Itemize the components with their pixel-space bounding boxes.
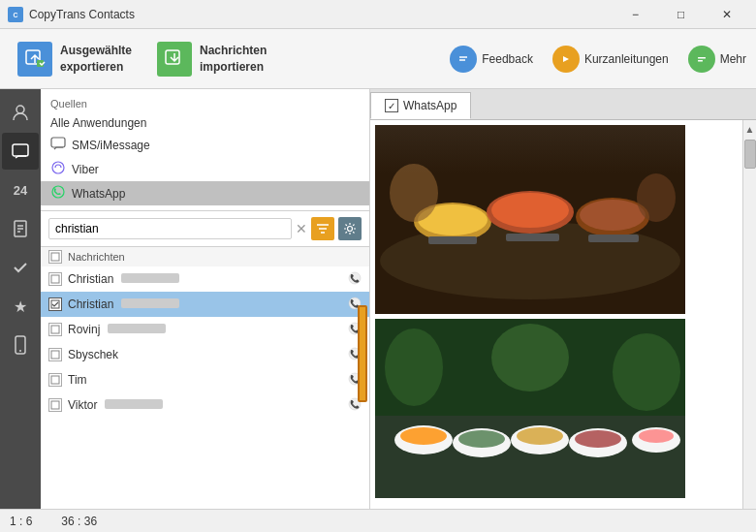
- nav-item-calendar[interactable]: 24: [2, 172, 39, 208]
- tab-checkbox[interactable]: ✓: [385, 99, 398, 112]
- nav-item-device[interactable]: [2, 327, 39, 363]
- source-all-apps[interactable]: Alle Anwendungen: [41, 113, 369, 133]
- photo-buffet-1: [375, 125, 685, 314]
- svg-point-21: [348, 227, 353, 232]
- import-icon: [157, 42, 192, 77]
- svg-rect-8: [698, 57, 706, 59]
- quick-guides-button[interactable]: Kurzanleitungen: [552, 46, 669, 73]
- svg-rect-4: [166, 50, 179, 64]
- svg-point-73: [385, 329, 443, 406]
- quick-guides-icon: [552, 46, 580, 73]
- feedback-label: Feedback: [482, 52, 533, 66]
- source-all-apps-label: Alle Anwendungen: [50, 116, 146, 130]
- nav-item-contacts[interactable]: [2, 94, 39, 131]
- search-settings-button[interactable]: [338, 217, 362, 240]
- contact-item[interactable]: Christian 📞: [41, 266, 369, 292]
- source-sms[interactable]: SMS/iMessage: [41, 133, 369, 157]
- svg-point-53: [637, 173, 676, 222]
- contact-name-3: Rovinj: [68, 323, 342, 336]
- toolbar-right-actions: Feedback Kurzanleitungen Mehr: [450, 46, 746, 73]
- tab-whatsapp-label: WhatsApp: [403, 99, 457, 112]
- svg-point-71: [639, 429, 674, 443]
- more-label: Mehr: [720, 52, 746, 66]
- import-button[interactable]: Nachrichten importieren: [149, 38, 274, 80]
- contact-checkbox-6[interactable]: [48, 398, 62, 412]
- svg-rect-18: [51, 138, 65, 147]
- svg-rect-51: [588, 235, 639, 242]
- main-area: 24 ★ Quellen Alle Anwendungen SMS/iMessa…: [0, 89, 756, 509]
- right-scrollbar: ▲: [742, 120, 756, 509]
- statusbar: 1 : 6 36 : 36: [0, 509, 756, 532]
- export-label: Ausgewählte exportieren: [60, 43, 132, 76]
- scroll-thumb[interactable]: [744, 140, 756, 169]
- nav-item-tasks[interactable]: [2, 249, 39, 286]
- contact-checkbox-2[interactable]: [48, 297, 62, 311]
- minimize-button[interactable]: −: [614, 0, 657, 29]
- contact-item-viktor[interactable]: Viktor 📞: [41, 392, 369, 418]
- close-button[interactable]: ✕: [705, 0, 748, 29]
- contact-checkbox-3[interactable]: [48, 323, 62, 336]
- svg-rect-23: [51, 275, 59, 283]
- group-checkbox[interactable]: [48, 250, 62, 264]
- search-input[interactable]: [48, 218, 292, 239]
- svg-point-17: [19, 350, 21, 352]
- svg-point-68: [575, 430, 621, 448]
- feedback-button[interactable]: Feedback: [450, 46, 533, 73]
- contact-checkbox-1[interactable]: [48, 272, 62, 286]
- contact-checkbox-5[interactable]: [48, 373, 62, 387]
- left-nav: 24 ★: [0, 89, 41, 509]
- search-clear-button[interactable]: ✕: [296, 221, 307, 236]
- contact-name-4: Sbyschek: [68, 348, 342, 361]
- search-filter-button[interactable]: [311, 217, 334, 240]
- contact-checkbox-4[interactable]: [48, 348, 62, 361]
- sources-section: Quellen Alle Anwendungen SMS/iMessage Vi…: [41, 89, 369, 211]
- scroll-up-arrow[interactable]: ▲: [743, 122, 757, 136]
- svg-point-62: [458, 430, 505, 448]
- export-icon: [17, 42, 52, 77]
- contact-item-selected[interactable]: Christian 📞: [41, 292, 369, 317]
- scroll-handle[interactable]: [358, 305, 367, 402]
- contact-group-header: Nachrichten: [41, 247, 369, 266]
- svg-rect-32: [51, 351, 59, 359]
- contact-phone-icon-1: 📞: [348, 271, 362, 288]
- source-viber[interactable]: Viber: [41, 157, 369, 181]
- photo-buffet-2: [375, 319, 685, 498]
- svg-point-19: [52, 162, 64, 173]
- right-panel: ✓ WhatsApp ✓: [370, 89, 756, 509]
- nav-item-messages[interactable]: [2, 133, 39, 170]
- source-sms-label: SMS/iMessage: [72, 139, 150, 152]
- svg-point-20: [52, 186, 64, 198]
- whatsapp-icon: [50, 184, 66, 203]
- tab-whatsapp[interactable]: ✓ WhatsApp: [370, 92, 471, 119]
- nav-item-favorites[interactable]: ★: [2, 288, 39, 325]
- more-button[interactable]: Mehr: [688, 46, 746, 73]
- svg-point-5: [456, 51, 471, 67]
- contact-item-sbyschek[interactable]: Sbyschek 📞: [41, 342, 369, 367]
- svg-rect-49: [428, 236, 477, 244]
- photo-item-1: ✓: [375, 125, 685, 314]
- contact-item-tim[interactable]: Tim 📞: [41, 367, 369, 392]
- export-button[interactable]: Ausgewählte exportieren: [10, 38, 140, 80]
- nav-item-notes[interactable]: [2, 210, 39, 247]
- source-viber-label: Viber: [72, 163, 99, 176]
- contact-name-5: Tim: [68, 373, 342, 387]
- svg-point-46: [491, 193, 569, 228]
- import-label: Nachrichten importieren: [200, 43, 267, 76]
- svg-rect-54: [375, 125, 685, 173]
- app-title: CopyTrans Contacts: [29, 8, 614, 21]
- contact-item-rovinj[interactable]: Rovinj 📞: [41, 317, 369, 342]
- photo-row-2: ✓: [375, 319, 738, 498]
- svg-point-65: [517, 427, 563, 445]
- svg-point-75: [613, 333, 680, 411]
- maximize-button[interactable]: □: [659, 0, 703, 29]
- svg-rect-50: [506, 234, 559, 241]
- contact-group-label: Nachrichten: [68, 251, 125, 263]
- window-controls: − □ ✕: [614, 0, 748, 29]
- svg-rect-29: [51, 326, 59, 333]
- contact-name-2: Christian: [68, 297, 342, 311]
- source-whatsapp-label: WhatsApp: [72, 187, 125, 201]
- photo-row-1: ✓: [375, 125, 738, 314]
- source-whatsapp[interactable]: WhatsApp: [41, 181, 369, 205]
- contacts-list: Nachrichten Christian 📞 Christian: [41, 247, 369, 509]
- quick-guides-label: Kurzanleitungen: [584, 52, 669, 66]
